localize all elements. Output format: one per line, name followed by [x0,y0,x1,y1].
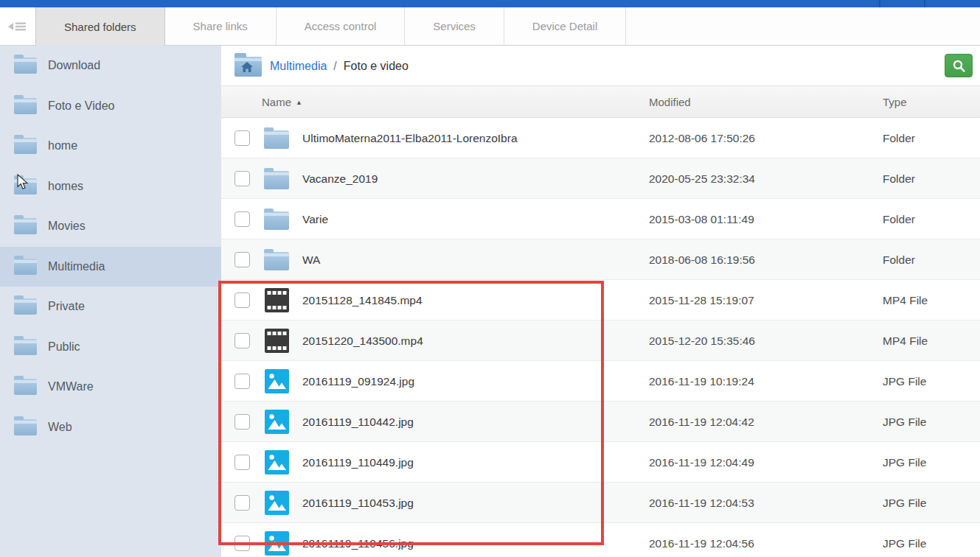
table-row[interactable]: 20151220_143500.mp42015-12-20 15:35:46MP… [221,320,980,361]
file-modified: 2016-11-19 12:04:42 [649,402,754,442]
search-button[interactable] [945,54,973,77]
file-modified: 2016-11-19 12:04:56 [649,523,754,557]
column-header-type[interactable]: Type [883,86,907,118]
sidebar-item-label: Movies [48,220,86,233]
file-type: MP4 File [883,320,928,361]
collapse-menu-icon [8,20,27,33]
sidebar-item-private[interactable]: Private [0,287,221,327]
column-header-name[interactable]: Name ▲ [262,86,302,118]
file-type: Folder [883,158,915,199]
image-icon [265,491,289,515]
row-checkbox[interactable] [234,455,250,470]
folder-icon [14,57,37,74]
top-navigation-bar [0,0,980,7]
row-checkbox[interactable] [234,171,250,186]
column-header-name-label: Name [262,96,291,108]
sidebar-item-download[interactable]: Download [0,46,221,86]
folder-icon [264,171,289,189]
file-name: 20151128_141845.mp4 [302,280,423,320]
file-modified: 2020-05-25 23:32:34 [649,158,755,199]
folder-icon [14,218,37,234]
row-checkbox[interactable] [234,292,250,308]
tab-access-control[interactable]: Access control [277,7,406,45]
image-icon [265,410,289,434]
file-name: Vacanze_2019 [302,158,378,199]
file-name: 20161119_110456.jpg [302,523,414,557]
folder-icon [14,259,37,275]
sidebar-item-homes[interactable]: homes [0,167,221,207]
file-name: 20161119_110449.jpg [302,442,414,483]
table-header: Name ▲ Modified Type [221,86,980,118]
file-modified: 2016-11-19 12:04:53 [649,483,754,523]
file-modified: 2016-11-19 12:04:49 [649,442,754,483]
sidebar-item-label: Foto e Video [48,99,114,113]
sidebar-item-multimedia[interactable]: Multimedia [0,247,221,287]
table-row[interactable]: 20161119_091924.jpg2016-11-19 10:19:24JP… [221,361,980,402]
sidebar-item-movies[interactable]: Movies [0,206,221,247]
breadcrumb-root-link[interactable]: Multimedia [270,60,327,73]
file-browser-panel: Multimedia / Foto e video Name ▲ Modifie… [221,46,980,557]
file-type: Folder [883,118,915,158]
sidebar-item-web[interactable]: Web [0,407,221,448]
file-modified: 2015-11-28 15:19:07 [649,280,754,320]
breadcrumb-separator: / [333,60,336,73]
sidebar-item-label: Public [48,340,80,354]
file-type: JPG File [883,442,926,483]
shared-folders-sidebar: DownloadFoto e VideohomehomesMoviesMulti… [0,46,221,557]
film-icon [265,288,289,312]
file-modified: 2015-12-20 15:35:46 [649,320,755,361]
sidebar-item-foto-e-video[interactable]: Foto e Video [0,86,221,127]
sidebar-item-vmware[interactable]: VMWare [0,367,221,407]
row-checkbox[interactable] [234,495,250,511]
file-table-rows: UltimoMaterna2011-Elba2011-LorenzoIbra20… [221,118,980,557]
row-checkbox[interactable] [234,414,250,430]
file-type: JPG File [883,361,926,402]
tab-shared-folders[interactable]: Shared folders [35,7,165,46]
column-header-modified[interactable]: Modified [649,86,691,118]
image-icon [265,450,289,474]
sidebar-item-home[interactable]: home [0,126,221,167]
folder-icon [14,298,37,315]
table-row[interactable]: 20151128_141845.mp42015-11-28 15:19:07MP… [221,280,980,320]
table-row[interactable]: Varie2015-03-08 01:11:49Folder [221,199,980,239]
table-row[interactable]: UltimoMaterna2011-Elba2011-LorenzoIbra20… [221,118,980,158]
table-row[interactable]: Vacanze_20192020-05-25 23:32:34Folder [221,158,980,199]
table-row[interactable]: 20161119_110449.jpg2016-11-19 12:04:49JP… [221,442,980,483]
table-row[interactable]: 20161119_110456.jpg2016-11-19 12:04:56JP… [221,523,980,557]
row-checkbox[interactable] [234,130,250,146]
folder-icon [14,379,37,395]
folder-icon [14,178,37,195]
file-type: MP4 File [883,280,928,320]
sidebar-item-public[interactable]: Public [0,327,221,368]
table-row[interactable]: 20161119_110453.jpg2016-11-19 12:04:53JP… [221,483,980,523]
file-modified: 2016-11-19 10:19:24 [649,361,754,402]
row-checkbox[interactable] [234,211,250,227]
row-checkbox[interactable] [234,333,250,348]
sidebar-item-label: VMWare [48,380,94,393]
file-name: 20161119_110442.jpg [302,402,414,442]
sidebar-item-label: home [48,139,77,153]
row-checkbox[interactable] [234,252,250,267]
sidebar-item-label: Web [48,421,72,434]
file-name: UltimoMaterna2011-Elba2011-LorenzoIbra [302,118,518,158]
table-row[interactable]: 20161119_110442.jpg2016-11-19 12:04:42JP… [221,402,980,442]
sort-ascending-icon: ▲ [296,99,302,106]
folder-icon [14,138,37,154]
folder-icon [14,98,37,114]
row-checkbox[interactable] [234,536,250,551]
file-name: 20161119_091924.jpg [302,361,414,402]
sidebar-item-label: Download [48,59,100,72]
collapse-menu-button[interactable] [0,7,35,45]
file-modified: 2018-06-08 16:19:56 [649,239,755,280]
file-type: Folder [883,239,915,280]
breadcrumb: Multimedia / Foto e video [270,46,409,86]
tab-services[interactable]: Services [405,7,504,45]
home-icon [240,61,254,73]
tab-share-links[interactable]: Share links [165,7,277,45]
breadcrumb-current: Foto e video [344,60,409,73]
search-icon [952,59,966,73]
row-checkbox[interactable] [234,374,250,389]
table-row[interactable]: WA2018-06-08 16:19:56Folder [221,239,980,280]
tab-device-detail[interactable]: Device Detail [504,7,626,45]
file-name: Varie [302,199,328,239]
